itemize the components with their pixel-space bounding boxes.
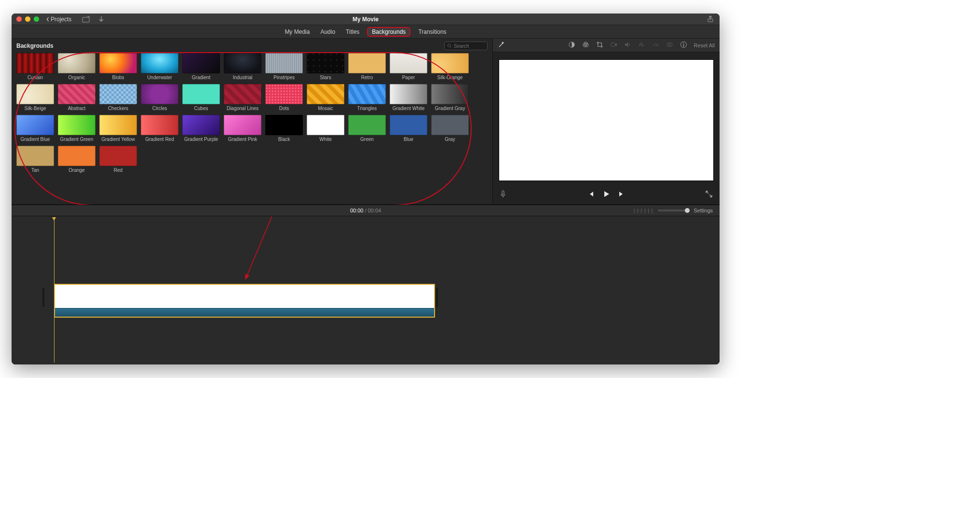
background-item[interactable]: Abstract xyxy=(58,84,95,111)
enhance-wand-icon[interactable] xyxy=(498,41,505,49)
background-swatch xyxy=(16,115,54,135)
search-input[interactable] xyxy=(454,43,483,49)
zoom-slider-thumb[interactable] xyxy=(685,208,690,213)
background-label: Cubes xyxy=(194,106,208,111)
crop-icon[interactable] xyxy=(596,41,603,49)
background-item[interactable]: Industrial xyxy=(224,53,261,80)
background-swatch xyxy=(16,84,54,104)
background-item[interactable]: Paper xyxy=(390,53,427,80)
background-swatch xyxy=(348,115,386,135)
timeline-clip[interactable] xyxy=(54,284,435,318)
background-item[interactable]: Circles xyxy=(141,84,178,111)
background-item[interactable]: White xyxy=(307,115,344,142)
background-item[interactable]: Gradient Yellow xyxy=(99,115,137,142)
reset-all-button[interactable]: Reset All xyxy=(694,42,715,48)
background-label: Industrial xyxy=(233,75,253,80)
window-close-button[interactable] xyxy=(16,16,22,22)
background-item[interactable]: Gradient Pink xyxy=(224,115,261,142)
background-item[interactable]: Red xyxy=(99,146,137,173)
clip-trim-handle-left[interactable] xyxy=(42,288,44,307)
fullscreen-icon[interactable] xyxy=(705,190,713,199)
background-swatch xyxy=(182,53,220,73)
background-item[interactable]: Gradient Blue xyxy=(16,115,54,142)
background-item[interactable]: Blue xyxy=(390,115,427,142)
settings-button[interactable]: Settings xyxy=(694,208,713,213)
titlebar-tool-icons xyxy=(82,16,104,23)
background-label: Green xyxy=(360,137,374,142)
color-balance-icon[interactable] xyxy=(568,41,575,49)
tab-my-media[interactable]: My Media xyxy=(282,28,313,36)
background-item[interactable]: Silk-Orange xyxy=(431,53,469,80)
time-display: 00:00 / 00:04 xyxy=(350,208,381,213)
media-import-icon[interactable] xyxy=(82,16,90,23)
background-item[interactable]: Organic xyxy=(58,53,95,80)
zoom-slider[interactable] xyxy=(658,210,689,211)
background-item[interactable]: Triangles xyxy=(348,84,386,111)
clip-trim-handle-right[interactable] xyxy=(436,288,438,307)
background-item[interactable]: Orange xyxy=(58,146,95,173)
background-swatch xyxy=(265,115,303,135)
timeline[interactable] xyxy=(12,216,720,364)
background-item[interactable]: Green xyxy=(348,115,386,142)
svg-rect-11 xyxy=(683,44,684,47)
background-item[interactable]: Gradient Green xyxy=(58,115,95,142)
background-item[interactable]: Gradient White xyxy=(390,84,427,111)
background-swatch xyxy=(141,115,178,135)
tab-audio[interactable]: Audio xyxy=(317,28,338,36)
background-swatch xyxy=(431,115,469,135)
background-label: Gray xyxy=(445,137,455,142)
background-item[interactable]: Retro xyxy=(348,53,386,80)
background-label: Gradient xyxy=(192,75,210,80)
prev-frame-button[interactable] xyxy=(587,190,595,199)
next-frame-button[interactable] xyxy=(618,190,626,199)
svg-rect-7 xyxy=(611,43,614,47)
window-zoom-button[interactable] xyxy=(34,16,39,22)
background-label: Underwater xyxy=(147,75,172,80)
window-minimize-button[interactable] xyxy=(25,16,30,22)
background-item[interactable]: Gradient Purple xyxy=(182,115,220,142)
tab-transitions[interactable]: Transitions xyxy=(415,28,449,36)
clip-filter-icon[interactable] xyxy=(666,41,673,49)
background-item[interactable]: Underwater xyxy=(141,53,178,80)
projects-back-button[interactable]: Projects xyxy=(46,16,71,23)
background-item[interactable]: Silk-Beige xyxy=(16,84,54,111)
play-button[interactable] xyxy=(602,190,610,199)
svg-rect-13 xyxy=(502,191,504,195)
background-swatch xyxy=(58,84,95,104)
voiceover-mic-icon[interactable] xyxy=(500,190,506,199)
background-swatch xyxy=(99,53,137,73)
tab-backgrounds[interactable]: Backgrounds xyxy=(367,27,410,37)
background-item[interactable]: Gray xyxy=(431,115,469,142)
background-label: Diagonal Lines xyxy=(227,106,259,111)
volume-icon[interactable] xyxy=(624,41,631,49)
background-item[interactable]: Mosaic xyxy=(307,84,344,111)
search-field[interactable] xyxy=(444,42,488,50)
background-item[interactable]: Black xyxy=(265,115,303,142)
background-item[interactable]: Checkers xyxy=(99,84,137,111)
background-item[interactable]: Gradient Gray xyxy=(431,84,469,111)
viewer-canvas-wrap xyxy=(493,52,720,185)
background-item[interactable]: Diagonal Lines xyxy=(224,84,261,111)
background-item[interactable]: Dots xyxy=(265,84,303,111)
noise-reduction-icon[interactable] xyxy=(638,41,645,49)
speed-icon[interactable] xyxy=(652,41,659,49)
background-item[interactable]: Stars xyxy=(307,53,344,80)
background-item[interactable]: Pinstripes xyxy=(265,53,303,80)
background-label: Gradient Pink xyxy=(228,137,258,142)
share-icon[interactable] xyxy=(707,15,714,23)
download-arrow-icon[interactable] xyxy=(98,16,104,23)
background-item[interactable]: Curtain xyxy=(16,53,54,80)
timeline-infobar: 00:00 / 00:04 |·|·|·|·|·| Settings xyxy=(12,205,720,216)
background-item[interactable]: Tan xyxy=(16,146,54,173)
stabilization-icon[interactable] xyxy=(610,41,617,49)
background-item[interactable]: Gradient xyxy=(182,53,220,80)
background-swatch xyxy=(99,115,137,135)
background-label: Organic xyxy=(68,75,85,80)
background-swatch xyxy=(265,53,303,73)
background-item[interactable]: Cubes xyxy=(182,84,220,111)
color-correction-icon[interactable] xyxy=(582,41,589,49)
background-item[interactable]: Gradient Red xyxy=(141,115,178,142)
tab-titles[interactable]: Titles xyxy=(343,28,362,36)
info-icon[interactable] xyxy=(680,41,687,49)
background-item[interactable]: Blobs xyxy=(99,53,137,80)
